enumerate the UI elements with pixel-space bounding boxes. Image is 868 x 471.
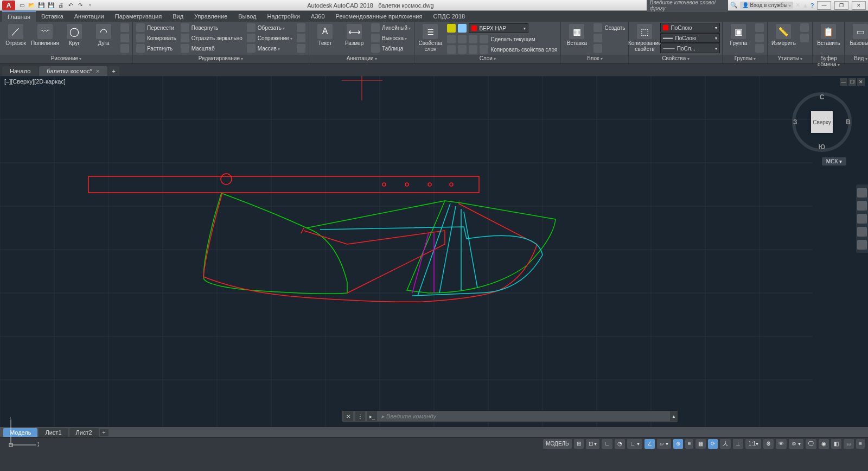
linetype-combo[interactable]: ───ПоСл...▾ <box>660 43 720 53</box>
status-customize-icon[interactable]: ≡ <box>856 439 865 449</box>
copy-button[interactable]: Копировать <box>135 33 177 43</box>
maximize-button[interactable]: ❐ <box>834 1 848 10</box>
layout-sheet1[interactable]: Лист1 <box>39 428 68 437</box>
tab-view[interactable]: Вид <box>167 11 189 21</box>
modify-extra-1[interactable] <box>296 23 307 33</box>
viewcube-face[interactable]: Сверху <box>811 111 833 133</box>
status-osnap-icon[interactable]: ⊕ <box>673 439 683 449</box>
save-icon[interactable]: 💾 <box>37 1 46 10</box>
compass-n[interactable]: С <box>820 93 825 101</box>
tab-manage[interactable]: Управление <box>189 11 233 21</box>
make-current-button[interactable]: Сделать текущим <box>446 34 558 44</box>
polyline-button[interactable]: 〰Полилиния <box>31 23 59 47</box>
vp-minimize[interactable]: — <box>840 78 847 86</box>
layer-properties-button[interactable]: ≣Свойства слоя <box>417 23 444 53</box>
group-button[interactable]: ▣Группа <box>725 23 752 47</box>
group-extra-3[interactable] <box>754 43 765 53</box>
block-attr-button[interactable] <box>592 43 626 53</box>
match-properties-button[interactable]: ⬚Копирование свойств <box>631 23 658 53</box>
tab-annotate[interactable]: Аннотации <box>69 11 110 21</box>
create-block-button[interactable]: Создать <box>592 23 626 33</box>
panel-properties-title[interactable]: Свойства <box>629 55 722 63</box>
status-clean-icon[interactable]: ▭ <box>844 439 854 449</box>
tab-featured[interactable]: Рекомендованные приложения <box>330 11 428 21</box>
insert-block-button[interactable]: ▦Вставка <box>563 23 590 47</box>
close-button[interactable]: ✕ <box>852 1 866 10</box>
search-icon[interactable]: 🔍 <box>730 2 738 9</box>
tab-spds[interactable]: СПДС 2018 <box>427 11 470 21</box>
status-gear-icon[interactable]: ⚙ <box>763 439 774 449</box>
draw-extra-1[interactable] <box>119 23 130 33</box>
layer-combo[interactable]: ВЕРХ НАР▾ <box>446 23 558 34</box>
status-dynucs-icon[interactable]: ⊥ <box>733 439 743 449</box>
util-extra-2[interactable] <box>799 33 810 43</box>
fillet-button[interactable]: Сопряжение <box>246 33 293 43</box>
draw-extra-3[interactable] <box>119 43 130 53</box>
color-combo[interactable]: ПоСлою▾ <box>660 23 720 33</box>
tab-insert[interactable]: Вставка <box>36 11 69 21</box>
block-edit-button[interactable] <box>592 33 626 43</box>
status-isolate-icon[interactable]: ◧ <box>831 439 841 449</box>
status-transparency-icon[interactable]: ▦ <box>695 439 706 449</box>
arc-button[interactable]: ◠Дуга <box>90 23 117 47</box>
command-line[interactable]: ✕ ⋮ ▸_ ▸ Введите команду ▲ <box>342 410 678 422</box>
help-search-input[interactable]: Введите ключевое слово/фразу <box>647 0 728 12</box>
leader-button[interactable]: Выноска <box>370 33 412 43</box>
vp-maximize[interactable]: ❐ <box>848 78 856 86</box>
status-model[interactable]: МОДЕЛЬ <box>543 439 571 449</box>
group-extra-2[interactable] <box>754 33 765 43</box>
paste-button[interactable]: 📋Вставить <box>815 23 842 47</box>
undo-icon[interactable]: ↶ <box>66 1 75 10</box>
measure-button[interactable]: 📏Измерить <box>770 23 797 47</box>
open-icon[interactable]: 📂 <box>27 1 36 10</box>
qat-dropdown[interactable] <box>86 1 94 10</box>
help-icon[interactable]: ? <box>810 2 814 9</box>
wcs-dropdown[interactable]: МСК ▾ <box>822 157 846 166</box>
compass-w[interactable]: З <box>793 118 797 126</box>
draw-extra-2[interactable] <box>119 33 130 43</box>
tab-addins[interactable]: Надстройки <box>262 11 305 21</box>
circle-button[interactable]: ◯Круг <box>61 23 88 47</box>
add-layout-button[interactable]: + <box>100 429 108 436</box>
status-dynamic-icon[interactable]: ◔ <box>615 439 625 449</box>
signin-button[interactable]: 👤 Вход в службы <box>740 2 793 9</box>
table-button[interactable]: Таблица <box>370 43 412 53</box>
drawing-canvas[interactable]: [–][Сверху][2D-каркас] — ❐ ✕ <box>0 76 868 427</box>
vp-close[interactable]: ✕ <box>857 78 865 86</box>
modify-extra-2[interactable] <box>296 33 307 43</box>
view-cube[interactable]: Сверху С Ю З В <box>792 92 852 152</box>
util-extra-1[interactable] <box>799 23 810 33</box>
stretch-button[interactable]: Растянуть <box>135 43 177 53</box>
line-button[interactable]: ／Отрезок <box>2 23 29 47</box>
status-snap-icon[interactable]: ⊡ ▾ <box>586 439 600 449</box>
cmdline-close-icon[interactable]: ✕ <box>343 411 353 421</box>
status-grid-icon[interactable]: ⊞ <box>574 439 584 449</box>
baseview-button[interactable]: ▭Базовый <box>847 23 868 47</box>
minimize-button[interactable]: — <box>817 1 831 10</box>
status-3dosnap-icon[interactable]: 人 <box>720 439 731 449</box>
mirror-button[interactable]: Отразить зеркально <box>180 33 244 43</box>
status-lwt-icon[interactable]: ≡ <box>685 439 694 449</box>
lineweight-combo[interactable]: ━━━ПоСлою▾ <box>660 33 720 43</box>
exchange-icon[interactable]: ✕ <box>795 2 800 9</box>
command-input[interactable]: ▸ Введите команду <box>378 413 670 420</box>
cmdline-history-icon[interactable]: ▲ <box>670 411 678 421</box>
status-ortho-icon[interactable]: ∟ ▾ <box>627 439 642 449</box>
status-hardware-icon[interactable]: ◉ <box>819 439 829 449</box>
close-tab-icon[interactable]: ✕ <box>95 68 100 74</box>
move-button[interactable]: Перенести <box>135 23 177 33</box>
panel-modify-title[interactable]: Редактирование <box>133 55 309 63</box>
orbit-icon[interactable] <box>857 227 867 237</box>
showmotion-icon[interactable] <box>857 240 867 250</box>
scale-button[interactable]: Масштаб <box>180 43 244 53</box>
tab-start[interactable]: Начало <box>2 66 38 76</box>
status-annovisibility-icon[interactable]: 👁 <box>776 439 787 449</box>
status-iso-icon[interactable]: ▱ ▾ <box>657 439 671 449</box>
tab-a360[interactable]: A360 <box>305 11 330 21</box>
status-cycling-icon[interactable]: ⟳ <box>708 439 718 449</box>
zoom-icon[interactable] <box>857 214 867 224</box>
rotate-button[interactable]: Повернуть <box>180 23 244 33</box>
add-tab-button[interactable]: + <box>108 66 119 76</box>
status-infer-icon[interactable]: ∟ <box>602 439 612 449</box>
status-annoscale[interactable]: 1:1 ▾ <box>745 439 761 449</box>
